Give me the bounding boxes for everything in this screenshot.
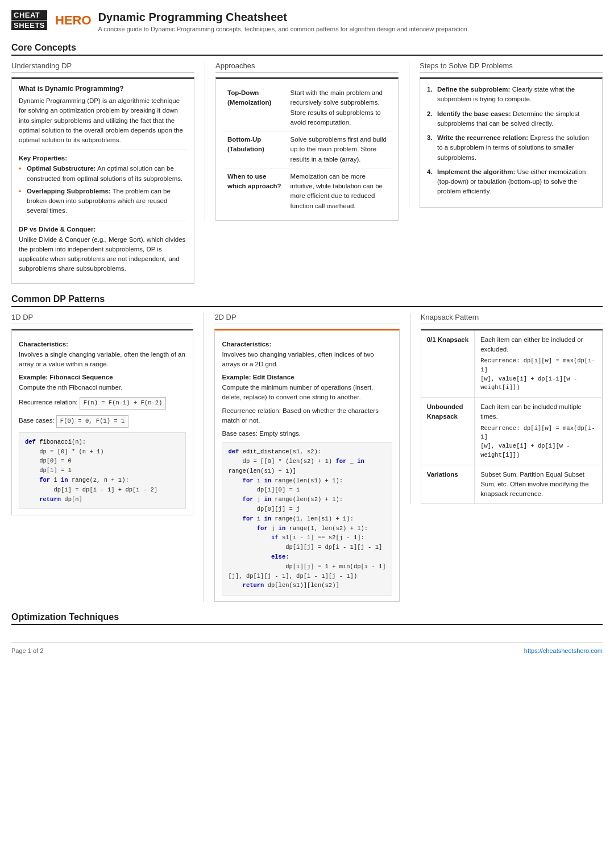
knapsack-variations-label: Variations xyxy=(421,465,475,504)
1d-dp-card: Characteristics: Involves a single chang… xyxy=(11,329,193,516)
knapsack-unbounded-label: UnboundedKnapsack xyxy=(421,398,475,465)
knapsack-01: 0/1 Knapsack Each item can either be inc… xyxy=(421,329,602,398)
patterns-columns: 1D DP Characteristics: Involves a single… xyxy=(11,313,603,602)
page-subtitle: A concise guide to Dynamic Programming c… xyxy=(98,26,469,32)
1d-recurrence-label: Recurrence relation: F(n) = F(n-1) + F(n… xyxy=(19,396,186,411)
approach-bottomup-label: Bottom-Up(Tabulation) xyxy=(223,131,286,168)
col-2d-heading: 2D DP xyxy=(214,313,399,324)
knapsack-01-text: Each item can either be included or excl… xyxy=(480,335,596,355)
step-4: Implement the algorithm: Use either memo… xyxy=(427,167,595,197)
card-text-dp-definition: Dynamic Programming (DP) is an algorithm… xyxy=(19,96,187,145)
col-1d-dp: 1D DP Characteristics: Involves a single… xyxy=(11,313,204,516)
step-3: Write the recurrence relation: Express t… xyxy=(427,133,595,163)
knapsack-unbounded: UnboundedKnapsack Each item can be inclu… xyxy=(421,398,602,465)
approaches-table: Top-Down(Memoization) Start with the mai… xyxy=(223,85,391,214)
col2-heading: Approaches xyxy=(215,61,399,73)
col-approaches: Approaches Top-Down(Memoization) Start w… xyxy=(205,61,409,221)
steps-list: Define the subproblem: Clearly state wha… xyxy=(427,85,595,197)
knapsack-variations-content: Subset Sum, Partition Equal Subset Sum, … xyxy=(475,465,603,504)
logo-box: CHEAT SHEETS xyxy=(11,10,47,30)
header-title-block: Dynamic Programming Cheatsheet A concise… xyxy=(98,10,469,32)
page-number: Page 1 of 2 xyxy=(11,647,43,654)
col1-heading: Understanding DP xyxy=(11,61,194,73)
approach-topdown-text: Start with the main problem and recursiv… xyxy=(286,85,391,131)
knapsack-variations-text: Subset Sum, Partition Equal Subset Sum, … xyxy=(480,470,596,499)
1d-example-heading: Example: Fibonacci Sequence xyxy=(19,374,186,381)
1d-base-cases: Base cases: F(0) = 0, F(1) = 1 xyxy=(19,414,186,429)
divider1 xyxy=(19,150,187,150)
steps-card: Define the subproblem: Clearly state wha… xyxy=(420,77,603,208)
1d-example-text: Compute the nth Fibonacci number. xyxy=(19,383,186,392)
2d-char-text: Involves two changing variables, often i… xyxy=(222,350,392,370)
approach-which-label: When to usewhich approach? xyxy=(223,168,286,214)
divconq-heading: DP vs Divide & Conquer: xyxy=(19,226,187,233)
2d-base-text: Base cases: Empty strings. xyxy=(222,429,392,439)
2d-recurrence-text: Recurrence relation: Based on whether th… xyxy=(222,406,392,426)
bullet-overlapping-subproblems: Overlapping Subproblems: The problem can… xyxy=(19,187,187,216)
page-title: Dynamic Programming Cheatsheet xyxy=(98,10,469,24)
1d-char-text: Involves a single changing variable, oft… xyxy=(19,350,186,370)
divider2 xyxy=(19,221,187,221)
2d-example-text: Compute the minimum number of operations… xyxy=(222,383,392,403)
2d-dp-card: Characteristics: Involves two changing v… xyxy=(214,329,399,602)
knapsack-unbounded-rec: Recurrence: dp[i][w] = max(dp[i-1][w], v… xyxy=(480,424,596,460)
knapsack-table: 0/1 Knapsack Each item can either be inc… xyxy=(421,329,603,505)
footer: Page 1 of 2 https://cheatsheetshero.com xyxy=(11,642,603,654)
knapsack-01-content: Each item can either be included or excl… xyxy=(475,329,603,398)
2d-code-block: def edit_distance(s1, s2): dp = [[0] * (… xyxy=(222,442,392,596)
footer-url[interactable]: https://cheatsheetshero.com xyxy=(524,647,603,654)
col3-heading: Steps to Solve DP Problems xyxy=(420,61,603,73)
approach-bottomup: Bottom-Up(Tabulation) Solve subproblems … xyxy=(223,131,391,168)
1d-char-heading: Characteristics: xyxy=(19,341,186,348)
col-2d-dp: 2D DP Characteristics: Involves two chan… xyxy=(204,313,409,602)
section-core-concepts: Core Concepts xyxy=(11,43,603,56)
core-concepts-columns: Understanding DP What is Dynamic Program… xyxy=(11,61,603,284)
1d-recurrence-code: F(n) = F(n-1) + F(n-2) xyxy=(80,397,167,410)
knapsack-01-rec: Recurrence: dp[i][w] = max(dp[i-1][w], v… xyxy=(480,357,596,392)
key-props-heading: Key Properties: xyxy=(19,155,187,162)
col-1d-heading: 1D DP xyxy=(11,313,193,324)
step-1: Define the subproblem: Clearly state wha… xyxy=(427,85,595,105)
knapsack-unbounded-text: Each item can be included multiple times… xyxy=(480,402,596,422)
col-knapsack: Knapsack Pattern 0/1 Knapsack Each item … xyxy=(410,313,603,505)
logo-hero: HERO xyxy=(55,13,92,28)
approach-which: When to usewhich approach? Memoization c… xyxy=(223,168,391,214)
logo-cheat: CHEAT xyxy=(11,10,47,20)
approach-topdown: Top-Down(Memoization) Start with the mai… xyxy=(223,85,391,131)
2d-example-heading: Example: Edit Distance xyxy=(222,374,392,381)
header: CHEAT SHEETS HERO Dynamic Programming Ch… xyxy=(11,10,603,32)
col-steps: Steps to Solve DP Problems Define the su… xyxy=(409,61,603,208)
section-common-patterns: Common DP Patterns xyxy=(11,294,603,307)
key-properties-list: Optimal Substructure: An optimal solutio… xyxy=(19,164,187,216)
approach-topdown-label: Top-Down(Memoization) xyxy=(223,85,286,131)
knapsack-01-label: 0/1 Knapsack xyxy=(421,329,475,398)
understanding-dp-card: What is Dynamic Programming? Dynamic Pro… xyxy=(11,77,194,284)
card-title-what-is-dp: What is Dynamic Programming? xyxy=(19,85,187,93)
approach-bottomup-text: Solve subproblems first and build up to … xyxy=(286,131,391,168)
approaches-card: Top-Down(Memoization) Start with the mai… xyxy=(215,77,399,221)
col-knapsack-heading: Knapsack Pattern xyxy=(421,313,603,324)
1d-base-code: F(0) = 0, F(1) = 1 xyxy=(56,415,128,428)
bullet-optimal-substructure: Optimal Substructure: An optimal solutio… xyxy=(19,164,187,184)
approach-which-text: Memoization can be more intuitive, while… xyxy=(286,168,391,214)
knapsack-variations: Variations Subset Sum, Partition Equal S… xyxy=(421,465,602,504)
1d-code-block: def fibonacci(n): dp = [0] * (n + 1) dp[… xyxy=(19,432,186,510)
2d-char-heading: Characteristics: xyxy=(222,341,392,348)
section-optimization: Optimization Techniques xyxy=(11,612,603,625)
col-understanding-dp: Understanding DP What is Dynamic Program… xyxy=(11,61,205,284)
step-2: Identify the base cases: Determine the s… xyxy=(427,109,595,129)
logo-sheets: SHEETS xyxy=(11,20,47,30)
divconq-text: Unlike Divide & Conquer (e.g., Merge Sor… xyxy=(19,235,187,274)
knapsack-unbounded-content: Each item can be included multiple times… xyxy=(475,398,603,465)
